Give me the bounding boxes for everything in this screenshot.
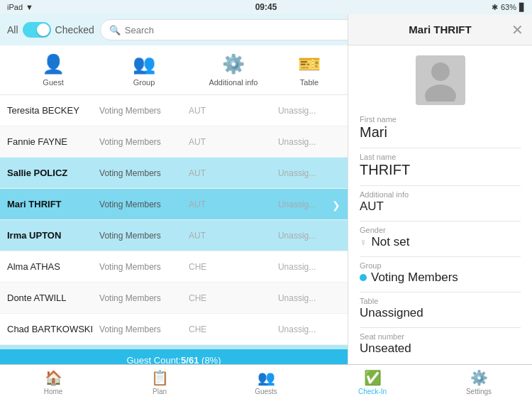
tab-guests-label: Guests (255, 388, 277, 395)
tab-home-label: Home (44, 388, 63, 395)
col-header-table-label: Table (300, 78, 318, 87)
last-name-group: Last name THRIFT (360, 153, 521, 178)
bluetooth-icon: ✱ (492, 3, 498, 12)
search-icon: 🔍 (109, 25, 121, 35)
row-guest-name: Sallie POLICZ (7, 168, 99, 178)
detail-close-button[interactable]: ✕ (511, 21, 523, 38)
col-header-info-label: Additional info (209, 78, 257, 87)
row-arrow-icon: ❯ (332, 200, 340, 211)
row-table: Unassig... (278, 168, 340, 178)
row-guest-name: Irma UPTON (7, 230, 99, 241)
row-guest-name: Alma ATHAS (7, 261, 99, 272)
table-row[interactable]: Irma UPTONVoting MembersAUTUnassig... (0, 220, 348, 251)
row-info: CHE (189, 262, 278, 272)
group-color-dot (360, 274, 367, 281)
status-time: 09:45 (255, 2, 277, 12)
row-table: Unassig...❯ (278, 200, 340, 209)
tab-home[interactable]: 🏠Home (0, 365, 106, 399)
divider-6 (360, 327, 521, 328)
toggle-switch[interactable] (23, 22, 51, 38)
guest-col-icon: 👤 (42, 53, 65, 75)
divider-3 (360, 221, 521, 222)
battery-level: 63% (501, 3, 516, 11)
seat-number-label: Seat number (360, 332, 521, 341)
status-bar: iPad ▼ 09:45 ✱ 63% ▊ (0, 0, 532, 14)
row-group: Voting Members (99, 168, 189, 178)
tab-settings-icon: ⚙️ (470, 369, 488, 386)
detail-header: Mari THRIFT ✕ (348, 14, 532, 45)
table-row[interactable]: Sallie POLICZVoting MembersAUTUnassig... (0, 158, 348, 189)
guest-list[interactable]: Teresita BECKEYVoting MembersAUTUnassig.… (0, 95, 348, 349)
tab-check-in-label: Check-In (358, 388, 387, 395)
row-group: Voting Members (99, 293, 189, 303)
group-field-label: Group (360, 261, 521, 270)
row-table: Unassig... (278, 231, 340, 241)
first-name-value: Mari (360, 124, 521, 141)
table-row[interactable]: Alma ATHASVoting MembersCHEUnassig... (0, 251, 348, 283)
table-row[interactable]: Donte ATWILLVoting MembersCHEUnassig... (0, 283, 348, 314)
col-header-guest-label: Guest (43, 78, 63, 87)
group-field-group: Group Voting Members (360, 261, 521, 285)
tab-guests[interactable]: 👥Guests (213, 365, 319, 399)
table-row[interactable]: Chad BARTKOWSKIVoting MembersCHEUnassig.… (0, 314, 348, 345)
col-header-group-label: Group (133, 78, 155, 87)
row-info: AUT (189, 200, 278, 209)
avatar-image (423, 59, 458, 102)
row-group: Voting Members (99, 200, 189, 209)
row-info: AUT (189, 168, 278, 178)
tab-plan-label: Plan (153, 388, 167, 395)
col-header-guest: 👤 Guest (7, 53, 99, 87)
col-header-info: ⚙️ Additional info (189, 53, 278, 87)
row-table: Unassig... (278, 106, 340, 116)
first-name-label: First name (360, 115, 521, 124)
table-field-group: Table Unassigned (360, 297, 521, 320)
divider-1 (360, 148, 521, 148)
tab-plan[interactable]: 📋Plan (106, 365, 213, 399)
detail-panel: Mari THRIFT ✕ First name Mari Last name … (348, 14, 532, 399)
group-value: Voting Members (371, 270, 458, 285)
tab-check-in-icon: ✅ (364, 369, 382, 386)
additional-info-value: AUT (360, 200, 521, 214)
tab-home-icon: 🏠 (45, 369, 62, 386)
divider-5 (360, 292, 521, 293)
tab-settings-label: Settings (466, 388, 492, 395)
divider-2 (360, 185, 521, 186)
table-row[interactable]: Fannie FAYNEVoting MembersAUTUnassig... (0, 126, 348, 158)
row-group: Voting Members (99, 231, 189, 241)
table-row[interactable]: Teresita BECKEYVoting MembersAUTUnassig.… (0, 95, 348, 126)
toggle-all-checked[interactable]: All Checked (7, 22, 94, 38)
seat-number-group: Seat number Unseated (360, 332, 521, 356)
row-table: Unassig... (278, 293, 340, 303)
last-name-value: THRIFT (360, 162, 521, 178)
row-info: AUT (189, 231, 278, 241)
tab-settings[interactable]: ⚙️Settings (426, 365, 532, 399)
row-guest-name: Fannie FAYNE (7, 136, 99, 147)
col-header-group: 👥 Group (99, 53, 189, 87)
avatar (416, 55, 465, 105)
table-field-label: Table (360, 297, 521, 305)
status-ipad: iPad (7, 3, 23, 11)
gender-value: Not set (372, 235, 410, 249)
row-guest-name: Teresita BECKEY (7, 105, 99, 116)
svg-point-1 (425, 84, 456, 102)
row-group: Voting Members (99, 106, 189, 116)
row-info: CHE (189, 324, 278, 334)
table-row[interactable]: Mari THRIFTVoting MembersAUTUnassig...❯ (0, 189, 348, 220)
row-guest-name: Chad BARTKOWSKI (7, 324, 99, 334)
tab-guests-icon: 👥 (257, 369, 275, 386)
row-group: Voting Members (99, 137, 189, 147)
checked-label: Checked (55, 24, 94, 35)
group-col-icon: 👥 (133, 53, 155, 75)
row-info: AUT (189, 137, 278, 147)
row-guest-name: Mari THRIFT (7, 199, 99, 209)
battery-icon: ▊ (519, 3, 525, 12)
gender-row: ♀ Not set (360, 235, 521, 249)
table-value: Unassigned (360, 306, 521, 320)
row-table: Unassig... (278, 137, 340, 147)
info-col-icon: ⚙️ (222, 53, 245, 75)
detail-title: Mari THRIFT (409, 23, 471, 35)
seat-number-value: Unseated (360, 341, 521, 356)
tab-check-in[interactable]: ✅Check-In (319, 365, 426, 399)
table-col-icon: 🎫 (298, 53, 321, 75)
svg-point-0 (431, 62, 450, 81)
